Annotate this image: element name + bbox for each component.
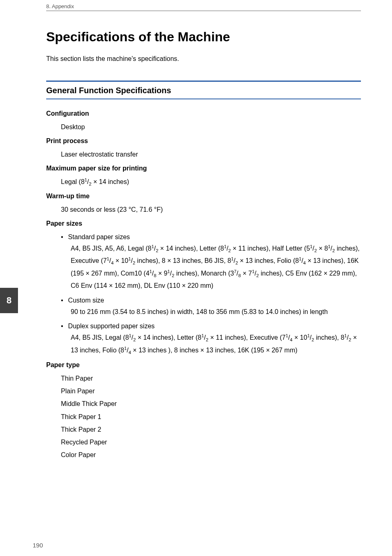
section-title: General Function Specifications	[46, 86, 361, 95]
chapter-header: 8. Appendix	[46, 3, 74, 9]
bullet-label: Custom size	[68, 295, 104, 306]
bullet-label: Duplex supported paper sizes	[68, 321, 155, 332]
chapter-tab: 8	[0, 288, 18, 313]
paper-type-value-4: Thick Paper 2	[61, 424, 361, 435]
standard-sizes-content: A4, B5 JIS, A5, A6, Legal (81/2 × 14 inc…	[71, 242, 361, 292]
header-divider	[46, 11, 361, 11]
spec-value-warm-up: 30 seconds or less (23 °C, 71.6 °F)	[61, 204, 361, 215]
bullet-label: Standard paper sizes	[68, 231, 130, 242]
page-number: 190	[33, 542, 43, 549]
spec-value-configuration: Desktop	[61, 121, 361, 132]
spec-value-print-process: Laser electrostatic transfer	[61, 149, 361, 160]
spec-label-paper-type: Paper type	[46, 361, 361, 369]
section-rule-top	[46, 81, 361, 82]
page-content: Specifications of the Machine This secti…	[46, 29, 361, 462]
section-rule-bottom	[46, 99, 361, 99]
custom-size-content: 90 to 216 mm (3.54 to 8.5 inches) in wid…	[71, 306, 361, 318]
paper-type-value-3: Thick Paper 1	[61, 411, 361, 422]
spec-label-max-paper-size: Maximum paper size for printing	[46, 165, 361, 172]
spec-value-max-paper-size: Legal (81/2 × 14 inches)	[61, 176, 361, 187]
spec-label-configuration: Configuration	[46, 110, 361, 117]
duplex-sizes-content: A4, B5 JIS, Legal (81/2 × 14 inches), Le…	[71, 332, 361, 356]
spec-label-paper-sizes: Paper sizes	[46, 220, 361, 227]
paper-type-value-2: Middle Thick Paper	[61, 398, 361, 409]
page-title: Specifications of the Machine	[46, 29, 361, 45]
paper-type-value-0: Thin Paper	[61, 373, 361, 384]
paper-type-value-5: Recycled Paper	[61, 437, 361, 448]
bullet-custom-size: Custom size	[61, 295, 361, 306]
bullet-duplex-sizes: Duplex supported paper sizes	[61, 321, 361, 332]
paper-type-value-1: Plain Paper	[61, 386, 361, 397]
spec-label-print-process: Print process	[46, 137, 361, 145]
paper-type-value-6: Color Paper	[61, 449, 361, 460]
spec-label-warm-up: Warm-up time	[46, 193, 361, 200]
bullet-standard-sizes: Standard paper sizes	[61, 231, 361, 242]
intro-text: This section lists the machine's specifi…	[46, 55, 361, 63]
